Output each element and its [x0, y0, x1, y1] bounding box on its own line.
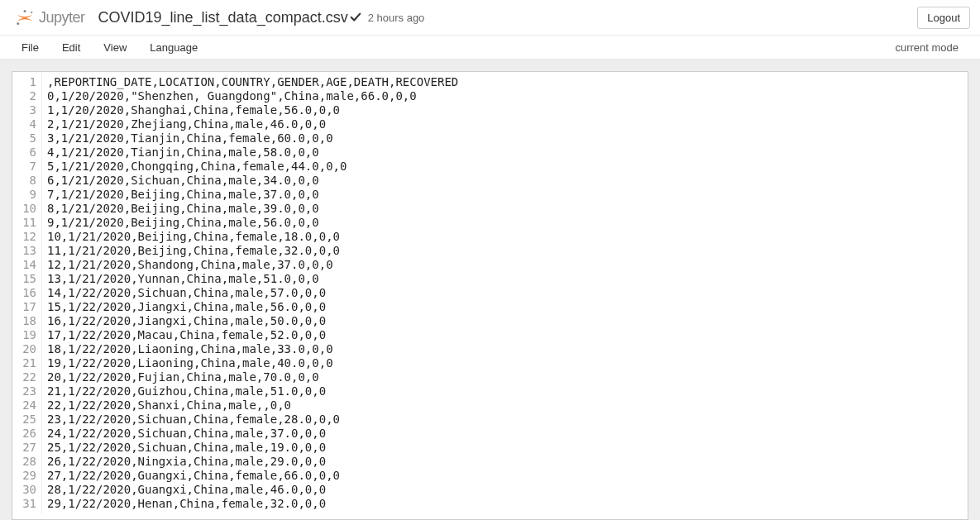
code-line[interactable]: ,REPORTING_DATE,LOCATION,COUNTRY,GENDER,…: [47, 75, 458, 89]
line-number: 4: [14, 117, 36, 131]
line-number: 28: [14, 455, 36, 469]
svg-point-1: [17, 22, 19, 25]
code-line[interactable]: 14,1/22/2020,Sichuan,China,male,57.0,0,0: [47, 286, 458, 300]
line-number: 20: [14, 342, 36, 356]
code-line[interactable]: 3,1/21/2020,Tianjin,China,female,60.0,0,…: [47, 131, 458, 146]
line-number: 22: [14, 370, 36, 384]
code-line[interactable]: 4,1/21/2020,Tianjin,China,male,58.0,0,0: [47, 146, 458, 160]
line-number: 2: [14, 89, 36, 103]
jupyter-logo-icon: [15, 7, 35, 27]
line-number: 12: [14, 230, 36, 244]
code-line[interactable]: 29,1/22/2020,Henan,China,female,32.0,0,0: [47, 497, 458, 511]
line-number: 5: [14, 131, 36, 146]
last-saved-timestamp: 2 hours ago: [368, 12, 425, 24]
line-number: 11: [14, 216, 36, 230]
logout-button[interactable]: Logout: [917, 7, 970, 29]
code-line[interactable]: 6,1/21/2020,Sichuan,China,male,34.0,0,0: [47, 174, 458, 188]
mode-indicator: current mode: [888, 38, 972, 57]
code-line[interactable]: 16,1/22/2020,Jiangxi,China,male,50.0,0,0: [47, 314, 458, 328]
line-number: 3: [14, 103, 36, 117]
line-number: 1: [14, 75, 36, 89]
line-number: 18: [14, 314, 36, 328]
line-number: 17: [14, 300, 36, 314]
code-line[interactable]: 10,1/21/2020,Beijing,China,female,18.0,0…: [47, 230, 458, 244]
code-line[interactable]: 13,1/21/2020,Yunnan,China,male,51.0,0,0: [47, 272, 458, 286]
saved-check-icon: [350, 12, 361, 23]
line-number: 25: [14, 413, 36, 427]
line-number: 13: [14, 244, 36, 258]
code-line[interactable]: 28,1/22/2020,Guangxi,China,male,46.0,0,0: [47, 483, 458, 497]
code-line[interactable]: 26,1/22/2020,Ningxia,China,male,29.0,0,0: [47, 455, 458, 469]
code-line[interactable]: 22,1/22/2020,Shanxi,China,male,,0,0: [47, 398, 458, 413]
line-gutter: 1234567891011121314151617181920212223242…: [12, 72, 42, 514]
menu-view[interactable]: View: [92, 38, 138, 57]
code-line[interactable]: 23,1/22/2020,Sichuan,China,female,28.0,0…: [47, 413, 458, 427]
code-line[interactable]: 12,1/21/2020,Shandong,China,male,37.0,0,…: [47, 258, 458, 272]
code-line[interactable]: 0,1/20/2020,"Shenzhen, Guangdong",China,…: [47, 89, 458, 103]
line-number: 15: [14, 272, 36, 286]
code-line[interactable]: 1,1/20/2020,Shanghai,China,female,56.0,0…: [47, 103, 458, 117]
code-line[interactable]: 24,1/22/2020,Sichuan,China,male,37.0,0,0: [47, 427, 458, 441]
menu-edit[interactable]: Edit: [50, 38, 92, 57]
header: Jupyter COVID19_line_list_data_compact.c…: [0, 0, 980, 36]
code-line[interactable]: 18,1/22/2020,Liaoning,China,male,33.0,0,…: [47, 342, 458, 356]
code-line[interactable]: 9,1/21/2020,Beijing,China,male,56.0,0,0: [47, 216, 458, 230]
svg-point-0: [24, 10, 26, 12]
code-line[interactable]: 7,1/21/2020,Beijing,China,male,37.0,0,0: [47, 188, 458, 202]
code-line[interactable]: 2,1/21/2020,Zhejiang,China,male,46.0,0,0: [47, 117, 458, 131]
line-number: 24: [14, 398, 36, 413]
code-line[interactable]: 27,1/22/2020,Guangxi,China,female,66.0,0…: [47, 469, 458, 483]
line-number: 10: [14, 202, 36, 216]
line-number: 9: [14, 188, 36, 202]
line-number: 21: [14, 356, 36, 370]
code-line[interactable]: 15,1/22/2020,Jiangxi,China,male,56.0,0,0: [47, 300, 458, 314]
line-number: 14: [14, 258, 36, 272]
code-line[interactable]: 17,1/22/2020,Macau,China,female,52.0,0,0: [47, 328, 458, 342]
line-number: 31: [14, 497, 36, 511]
line-number: 6: [14, 146, 36, 160]
file-title[interactable]: COVID19_line_list_data_compact.csv: [98, 9, 348, 26]
line-number: 30: [14, 483, 36, 497]
menu-file[interactable]: File: [8, 38, 50, 57]
jupyter-logo-link[interactable]: Jupyter: [15, 7, 85, 27]
line-number: 19: [14, 328, 36, 342]
line-number: 16: [14, 286, 36, 300]
code-line[interactable]: 8,1/21/2020,Beijing,China,male,39.0,0,0: [47, 202, 458, 216]
line-number: 26: [14, 427, 36, 441]
code-content[interactable]: ,REPORTING_DATE,LOCATION,COUNTRY,GENDER,…: [42, 72, 458, 514]
workspace: 1234567891011121314151617181920212223242…: [0, 60, 980, 520]
code-line[interactable]: 21,1/22/2020,Guizhou,China,male,51.0,0,0: [47, 384, 458, 398]
code-line[interactable]: 11,1/21/2020,Beijing,China,female,32.0,0…: [47, 244, 458, 258]
menu-language[interactable]: Language: [138, 38, 209, 57]
jupyter-logo-text: Jupyter: [39, 9, 85, 26]
code-line[interactable]: 19,1/22/2020,Liaoning,China,male,40.0,0,…: [47, 356, 458, 370]
line-number: 7: [14, 160, 36, 174]
code-line[interactable]: 5,1/21/2020,Chongqing,China,female,44.0,…: [47, 160, 458, 174]
text-editor[interactable]: 1234567891011121314151617181920212223242…: [12, 71, 968, 520]
line-number: 29: [14, 469, 36, 483]
svg-point-2: [31, 12, 32, 13]
line-number: 8: [14, 174, 36, 188]
line-number: 23: [14, 384, 36, 398]
code-line[interactable]: 20,1/22/2020,Fujian,China,male,70.0,0,0: [47, 370, 458, 384]
code-line[interactable]: 25,1/22/2020,Sichuan,China,male,19.0,0,0: [47, 441, 458, 455]
line-number: 27: [14, 441, 36, 455]
menubar: File Edit View Language current mode: [0, 36, 980, 60]
